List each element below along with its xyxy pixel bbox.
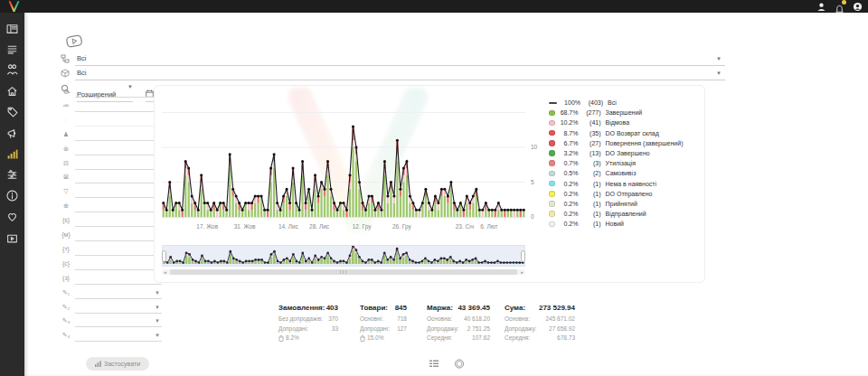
filter-row-6[interactable]: ⊟▼: [61, 160, 162, 172]
legend-item[interactable]: 0.5%(2)Самовивіз: [549, 168, 699, 178]
stat-title: Сума:: [505, 304, 525, 312]
chevron-down-icon: ▼: [155, 290, 160, 296]
chart-navigator[interactable]: [162, 245, 525, 267]
stat-subrow: Без допродажів:370: [278, 315, 338, 324]
site-icon: ⊕: [61, 202, 71, 210]
filter-row-category[interactable]: Всі ▼: [61, 53, 725, 66]
filter-row-12[interactable]: {т}▼: [61, 246, 162, 258]
stat-subrow: Допродажу:27 658.92: [505, 324, 575, 334]
underline: [75, 169, 162, 170]
sidebar-item-video[interactable]: [0, 230, 24, 246]
sidebar-item-panel[interactable]: [0, 20, 24, 36]
var-s-icon: {s}: [61, 217, 71, 223]
legend-label: DO Завершено: [606, 150, 650, 156]
stat-subvalue: 718: [397, 315, 407, 324]
underline: [75, 341, 162, 342]
box-icon: ⊟: [61, 160, 71, 167]
chevron-down-icon: ▼: [716, 56, 722, 61]
filter-row-product[interactable]: Всі ▼: [61, 68, 725, 80]
filter-row-2[interactable]: ≔▼: [61, 102, 162, 114]
avatar-icon[interactable]: [853, 2, 863, 12]
scroll-left-arrow[interactable]: ◂: [162, 269, 168, 275]
brand-v-logo[interactable]: [7, 1, 21, 12]
legend-item[interactable]: 3.2%(13)DO Завершено: [549, 148, 699, 158]
legend-item[interactable]: 0.2%(1)Нема в наявності: [549, 179, 699, 189]
filter-row-4[interactable]: ♟▼: [61, 131, 162, 143]
stat-subrow: Допродані:127: [360, 324, 407, 334]
legend-label: Відправлений: [606, 211, 646, 217]
filter-row-5[interactable]: ⊛▼: [61, 146, 162, 157]
stat-subrow: Середня:107.62: [427, 334, 490, 343]
x-tick-label: 28. Лис: [309, 223, 329, 230]
legend-count: (1): [579, 201, 601, 207]
sidebar-item-users[interactable]: [0, 61, 24, 78]
user-icon[interactable]: [816, 2, 826, 12]
sidebar-item-store[interactable]: [0, 83, 24, 99]
sidebar-item-partners[interactable]: [0, 209, 24, 225]
stat-subvalue: 33: [332, 324, 338, 334]
filter-row-16[interactable]: ✎₂▼: [61, 304, 162, 315]
legend-item[interactable]: 10.2%(41)Відмова: [549, 118, 699, 127]
chart-scrollbar[interactable]: ◂ ▸: [162, 269, 525, 275]
sidebar-item-orders-list[interactable]: [0, 41, 24, 57]
filter-row-10[interactable]: {s}▼: [61, 217, 162, 229]
x-tick-label: 6. Лют: [480, 223, 497, 230]
legend-label: DO Возврат склад: [606, 130, 659, 136]
legend-item[interactable]: 0.2%(1)Прийнятий: [549, 199, 699, 209]
legend-item[interactable]: 6.7%(27)Повернення (завершений): [549, 138, 699, 148]
stat-subrow: Основні:718: [360, 315, 407, 324]
underline: [75, 255, 162, 256]
navigator-left-handle[interactable]: [162, 250, 166, 262]
underline: [75, 80, 725, 80]
filter-row-11[interactable]: {м}▼: [61, 231, 162, 243]
filter-row-9[interactable]: ⊕▼: [61, 202, 162, 214]
legend-pct: 0.2%: [555, 201, 579, 207]
legend-count: (27): [579, 140, 601, 146]
filter-row-14[interactable]: {з}▼: [61, 275, 162, 287]
var-c-icon: {с}: [61, 260, 71, 267]
x-tick-label: 17. Жов: [196, 223, 218, 230]
list-view-icon[interactable]: [429, 359, 439, 369]
stat-title: Маржа:: [427, 304, 453, 312]
legend-item[interactable]: 100%(403)Всі: [549, 98, 699, 108]
filter-row-3[interactable]: ◌▼: [61, 117, 162, 128]
sidebar-item-price-tag[interactable]: [0, 104, 24, 120]
bell-icon[interactable]: [835, 2, 844, 12]
chart-type-icon[interactable]: [454, 359, 465, 369]
filter-row-17[interactable]: ✎₃▼: [61, 317, 162, 329]
var-t-icon: {т}: [61, 246, 71, 252]
filter-row-7[interactable]: ⊠▼: [61, 174, 162, 185]
chart-legend: 100%(403)Всі68.7%(277)Завершений10.2%(41…: [549, 98, 699, 229]
filter-row-18[interactable]: ✎₄▼: [61, 332, 162, 343]
sidebar-item-analytics[interactable]: [0, 146, 24, 162]
filter-row-13[interactable]: {с}▼: [61, 260, 162, 272]
scroll-right-arrow[interactable]: ▸: [519, 269, 525, 275]
x-tick-label: 12. Гру: [353, 223, 372, 230]
legend-item[interactable]: 8.7%(35)DO Возврат склад: [549, 128, 699, 138]
sidebar-item-megaphone[interactable]: [0, 125, 24, 141]
stat-subvalue: 27 658.92: [549, 324, 575, 334]
legend-count: (2): [579, 170, 601, 176]
legend-item[interactable]: 0.7%(3)Утилізація: [549, 158, 699, 168]
stat-subrow: Основна:40 618.20: [427, 315, 490, 324]
sidebar-item-sliders[interactable]: [0, 166, 24, 183]
filter-row-8[interactable]: ▽▼: [61, 188, 162, 200]
filter-row-15[interactable]: ✎₁▼: [61, 289, 162, 301]
x-tick-label: 14. Лис: [278, 223, 298, 230]
stat-subvalue: 2 751.25: [467, 324, 490, 334]
legend-swatch: [549, 102, 557, 104]
upsell-rate: 15.0%: [360, 334, 407, 343]
legend-count: (13): [579, 150, 601, 156]
scrollbar-thumb[interactable]: [170, 269, 517, 275]
navigator-right-handle[interactable]: [521, 250, 525, 262]
filter-row-1[interactable]: ◍▼: [61, 88, 162, 99]
legend-item[interactable]: 68.7%(277)Завершений: [549, 108, 699, 118]
legend-item[interactable]: 0.2%(1)Новий: [549, 219, 699, 229]
legend-label: Нема в наявності: [606, 181, 657, 187]
legend-item[interactable]: 0.2%(1)Відправлений: [549, 209, 699, 219]
legend-pct: 8.7%: [555, 130, 579, 136]
main-panel: Всі ▼ Всі ▼ Розширений ▼ Додане: [24, 13, 868, 376]
sidebar-item-info[interactable]: [0, 188, 24, 204]
legend-item[interactable]: 0.2%(1)DO Отправлено: [549, 189, 699, 199]
apply-button[interactable]: Застосувати: [86, 357, 149, 371]
